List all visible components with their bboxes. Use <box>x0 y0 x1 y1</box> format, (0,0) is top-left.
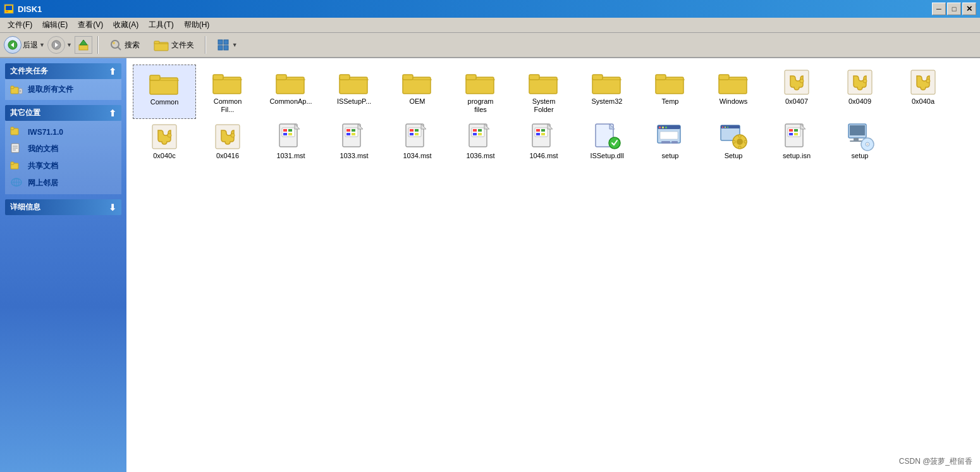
view-dropdown[interactable]: ▼ <box>232 42 238 48</box>
list-item[interactable]: Windows <box>702 65 765 119</box>
view-icon <box>217 39 230 51</box>
list-item[interactable]: 0x040a <box>891 65 955 119</box>
sidebar-item-network[interactable]: 网上邻居 <box>8 176 119 190</box>
file-label: 1034.mst <box>403 152 431 160</box>
list-item[interactable]: setup <box>639 119 702 165</box>
back-label: 后退 <box>23 40 38 51</box>
shareddocs-label: 共享文档 <box>28 161 58 171</box>
back-button[interactable] <box>4 36 21 54</box>
list-item[interactable]: Setup <box>702 119 765 165</box>
file-label: ISSetup.dll <box>590 152 623 160</box>
list-item[interactable]: CommonAp... <box>259 65 322 119</box>
file-label: 0x040a <box>912 97 934 106</box>
list-item[interactable]: System32 <box>575 65 639 119</box>
svg-rect-35 <box>150 75 160 80</box>
list-item[interactable]: 1033.mst <box>322 119 386 165</box>
list-item[interactable]: setup <box>828 119 891 165</box>
sidebar-section-tasks-content: 提取所有文件 <box>5 79 121 100</box>
sidebar-section-locations-content: IWS71.1.0 我的文档 <box>5 121 121 194</box>
search-button[interactable]: 搜索 <box>104 35 145 55</box>
sidebar-item-iws[interactable]: IWS71.1.0 <box>8 125 119 139</box>
sidebar-item-shareddocs[interactable]: 共享文档 <box>8 159 119 173</box>
list-item[interactable]: ISSetup.dll <box>575 119 639 165</box>
list-item[interactable]: CommonFil... <box>196 65 259 119</box>
separator-2 <box>205 36 206 54</box>
file-label: 1046.mst <box>529 152 558 160</box>
file-label: setup <box>852 152 869 160</box>
file-label: System32 <box>592 97 623 106</box>
forward-button[interactable] <box>47 36 65 54</box>
file-label: ISSetupP... <box>337 97 371 106</box>
svg-rect-129 <box>850 125 865 135</box>
folder-button[interactable]: 文件夹 <box>148 35 200 55</box>
svg-rect-114 <box>727 127 728 128</box>
list-item[interactable]: ISSetupP... <box>322 65 386 119</box>
mydocs-label: 我的文档 <box>28 144 58 154</box>
file-label: Windows <box>720 97 748 106</box>
search-icon <box>109 39 122 51</box>
menu-tools[interactable]: 工具(T) <box>144 18 178 32</box>
list-item[interactable]: 1036.mst <box>449 119 512 165</box>
svg-rect-126 <box>794 133 798 135</box>
svg-rect-39 <box>276 75 286 80</box>
sidebar-item-mydocs[interactable]: 我的文档 <box>8 142 119 156</box>
svg-rect-96 <box>536 133 540 135</box>
sidebar-section-tasks-header[interactable]: 文件夹任务 ⬆ <box>5 63 121 79</box>
list-item[interactable]: OEM <box>386 65 449 119</box>
svg-rect-2 <box>6 11 8 12</box>
menu-edit[interactable]: 编辑(E) <box>37 18 73 32</box>
maximize-button[interactable]: □ <box>947 3 961 15</box>
back-dropdown[interactable]: ▼ <box>39 42 45 48</box>
main-area: 文件夹任务 ⬆ 提取所有文件 <box>0 58 980 472</box>
list-item[interactable]: programfiles <box>449 65 512 119</box>
svg-rect-7 <box>79 45 88 50</box>
forward-dropdown[interactable]: ▼ <box>66 42 72 48</box>
sidebar-section-details-label: 详细信息 <box>10 202 40 213</box>
list-item[interactable]: SystemFolder <box>512 65 575 119</box>
title-text: DISK1 <box>18 4 932 14</box>
svg-rect-120 <box>744 140 747 143</box>
list-item[interactable]: 1046.mst <box>512 119 575 165</box>
svg-rect-16 <box>218 46 223 50</box>
sidebar-section-locations-header[interactable]: 其它位置 ⬆ <box>5 105 121 121</box>
folder-label: 文件夹 <box>171 40 194 51</box>
view-button[interactable]: ▼ <box>211 35 243 55</box>
list-item[interactable]: Common <box>133 65 196 119</box>
puzzle-0x0407-icon <box>781 70 812 95</box>
list-item[interactable]: 0x0407 <box>765 65 828 119</box>
svg-rect-112 <box>722 127 723 128</box>
puzzle-0x040c-icon <box>149 124 180 149</box>
list-item[interactable]: 1034.mst <box>386 119 449 165</box>
file-label: CommonAp... <box>269 97 312 106</box>
sidebar: 文件夹任务 ⬆ 提取所有文件 <box>0 58 126 472</box>
svg-rect-125 <box>789 133 793 135</box>
svg-rect-75 <box>346 133 350 135</box>
list-item[interactable]: Temp <box>639 65 702 119</box>
sidebar-item-extract[interactable]: 提取所有文件 <box>8 83 119 96</box>
menu-help[interactable]: 帮助(H) <box>179 18 215 32</box>
sidebar-section-details-header[interactable]: 详细信息 ⬇ <box>5 199 121 215</box>
list-item[interactable]: 0x040c <box>133 119 196 165</box>
menu-favorites[interactable]: 收藏(A) <box>108 18 144 32</box>
file-label: 0x040c <box>153 152 175 160</box>
menu-file[interactable]: 文件(F) <box>3 18 37 32</box>
svg-rect-131 <box>850 140 862 142</box>
list-item[interactable]: setup.isn <box>765 119 828 165</box>
list-item[interactable]: 0x0409 <box>828 65 891 119</box>
svg-rect-89 <box>473 133 477 135</box>
up-button[interactable] <box>75 36 92 54</box>
menu-view[interactable]: 查看(V) <box>73 18 108 32</box>
svg-rect-41 <box>340 75 350 80</box>
list-item[interactable]: 1031.mst <box>259 119 322 165</box>
svg-point-57 <box>863 79 867 83</box>
svg-rect-68 <box>283 133 287 135</box>
svg-rect-123 <box>789 129 793 132</box>
close-button[interactable]: ✕ <box>962 3 976 15</box>
svg-rect-118 <box>738 146 741 149</box>
svg-rect-80 <box>410 129 413 132</box>
list-item[interactable]: 0x0416 <box>196 119 259 165</box>
svg-point-134 <box>867 144 869 146</box>
svg-rect-17 <box>224 46 228 50</box>
svg-rect-45 <box>466 75 476 80</box>
minimize-button[interactable]: ─ <box>932 3 946 15</box>
